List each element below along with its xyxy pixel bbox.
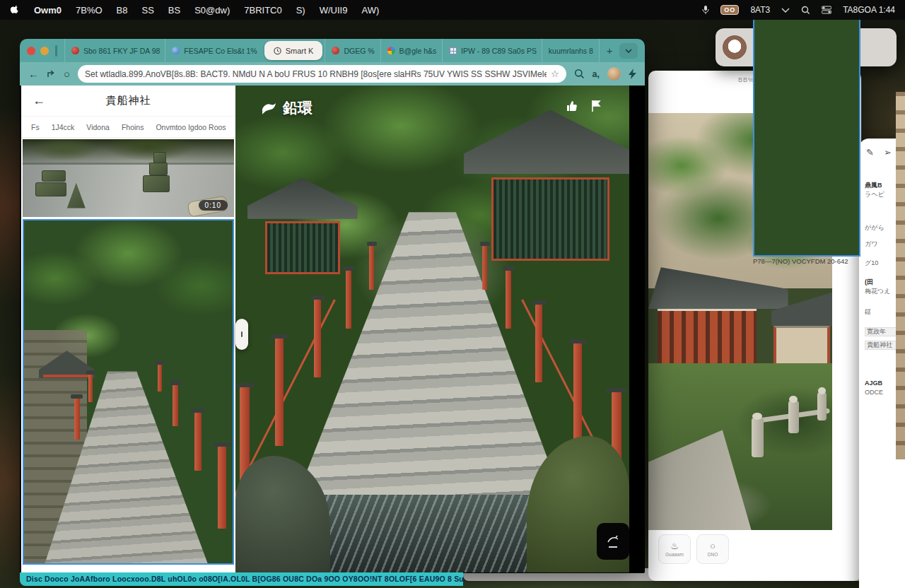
results-column: ← 貴船神社 Fs 1J4cck Vidona Fhoins Onvmtoo I… xyxy=(21,86,235,573)
thumb-lantern-beam xyxy=(43,375,91,377)
lantern-structure xyxy=(247,178,358,281)
filter-tab-all[interactable]: Fs xyxy=(31,123,40,131)
link-status-bar: Disc Dooco JoAAfboro Loocxooo.D8L uhOL0o… xyxy=(20,572,463,586)
active-app-name[interactable]: Owm0 xyxy=(34,5,62,16)
filter-tab-latest[interactable]: 1J4cck xyxy=(52,123,75,131)
tab-strip: Sbo 861 FKY JF DA 98 FESAPE Co Els&t 1% … xyxy=(20,39,645,62)
photo-action-buttons: ♨ Guaawm ○ DNO xyxy=(658,534,729,564)
browser-window[interactable]: Sbo 861 FKY JF DA 98 FESAPE Co Els&t 1% … xyxy=(20,39,645,573)
menu-item-6[interactable]: 7BRITC0 xyxy=(244,5,281,16)
browser-tab-1[interactable]: Sbo 861 FKY JF DA 98 xyxy=(64,39,165,62)
new-tab-button[interactable]: + xyxy=(599,39,620,62)
menu-bar: Owm0 7B%O B8 SS BS S0@dw) 7BRITC0 S) W/U… xyxy=(0,0,905,20)
bird-icon xyxy=(261,102,276,114)
stone-stack xyxy=(143,175,170,192)
tab-favicon xyxy=(71,47,79,54)
menu-item-3[interactable]: SS xyxy=(142,5,154,16)
tab-favicon xyxy=(387,47,395,54)
share-dash xyxy=(609,546,617,548)
torii-post xyxy=(194,413,202,471)
notification-line: SOIC Ara )IYII1 OTC 4 2 ,P08 xyxy=(753,0,860,257)
main-shrine-photo[interactable]: 鉛環 xyxy=(235,86,629,572)
filter-tab-more[interactable]: Onvmtoo Igdoo Roos xyxy=(156,123,226,131)
menubar-clock[interactable]: TA8GOA 1:44 xyxy=(843,5,895,15)
photo-actions xyxy=(564,100,601,112)
minimize-window-button[interactable] xyxy=(40,47,49,55)
browser-toolbar: ← ○ Set wtladla.899.AnoVB[8s.8B: BACT9. … xyxy=(20,62,645,86)
notification-banner[interactable]: 4ANM3HDED — FO8O7 A8E3 SOIC Ara )IYII1 O… xyxy=(716,28,897,66)
teacup-icon: ♨ xyxy=(670,541,679,551)
bookmark-star-icon[interactable]: ☆ xyxy=(551,69,559,79)
photo-stone-post xyxy=(817,392,827,421)
forward-up-icon[interactable] xyxy=(47,69,56,78)
thumb-foliage xyxy=(23,139,234,163)
photo-tool-button-1[interactable]: ♨ Guaawm xyxy=(658,534,691,564)
stone-cone xyxy=(67,183,86,208)
close-window-button[interactable] xyxy=(27,47,35,55)
menu-item-7[interactable]: S) xyxy=(296,5,305,16)
filter-tab-videos[interactable]: Vidona xyxy=(86,123,110,131)
torii-post xyxy=(573,343,582,451)
flag-icon[interactable] xyxy=(591,100,601,112)
menubar-app-badge[interactable]: OO xyxy=(720,5,739,15)
stone-stack xyxy=(153,152,166,163)
photo-tool-button-2[interactable]: ○ DNO xyxy=(696,534,729,564)
menu-item-5[interactable]: S0@dw) xyxy=(194,5,230,16)
menu-item-2[interactable]: B8 xyxy=(117,5,128,16)
chevron-down-icon[interactable] xyxy=(781,8,790,13)
control-center-icon[interactable] xyxy=(822,6,831,14)
stone-stack xyxy=(149,163,168,175)
apple-logo-icon[interactable] xyxy=(10,4,20,16)
menu-item-4[interactable]: BS xyxy=(168,5,180,16)
lantern-structure xyxy=(464,110,629,270)
tab-label: kuumrlanhs 8 xyxy=(549,47,593,55)
lantern-lattice xyxy=(491,177,609,261)
stone-stack xyxy=(42,170,66,182)
menu-item-1[interactable]: 7B%O xyxy=(76,5,103,16)
profile-avatar[interactable] xyxy=(607,67,621,81)
video-duration-badge: 0:10 xyxy=(199,200,228,211)
tab-favicon xyxy=(172,47,180,54)
mic-icon[interactable] xyxy=(702,5,709,15)
browser-tab-5[interactable]: B@gle h&s xyxy=(380,39,443,62)
selected-photo-thumbnail[interactable] xyxy=(23,219,234,565)
reload-button[interactable]: ○ xyxy=(64,69,70,79)
torii-post xyxy=(314,300,321,377)
edit-icon[interactable]: ✎ xyxy=(866,147,874,158)
like-icon[interactable] xyxy=(564,100,578,112)
battery-status[interactable]: 8AT3 xyxy=(750,5,770,15)
notification-line: P78—7(NO) VOCYFDM 20-642 xyxy=(753,257,860,266)
desktop: BB% D8S 4LB ♨ Guaawm ○ DNO xyxy=(0,0,905,588)
circle-icon: ○ xyxy=(710,541,716,551)
notification-app-icon xyxy=(723,35,747,59)
photo-vermilion-building xyxy=(658,309,757,363)
browser-tab-2[interactable]: FESAPE Co Els&t 1% xyxy=(165,39,262,62)
search-icon[interactable] xyxy=(574,69,585,79)
tab-search-chevron[interactable] xyxy=(619,43,638,59)
results-header: ← 貴船神社 xyxy=(21,86,235,117)
torii-post xyxy=(173,385,178,426)
spotlight-search-icon[interactable] xyxy=(801,6,810,15)
browser-tab-6[interactable]: IPW - 89 C89 Sa0s PS xyxy=(442,39,542,62)
page-title: 貴船神社 xyxy=(21,94,235,107)
share-button[interactable] xyxy=(597,523,629,560)
address-bar[interactable]: Set wtladla.899.AnoVB[8s.8B: BACT9. NMdU… xyxy=(78,65,566,83)
bird-icon[interactable]: ➢ xyxy=(884,147,892,158)
curved-arrow-icon xyxy=(607,535,619,543)
video-thumbnail[interactable]: 0:10 xyxy=(23,139,234,217)
menu-item-8[interactable]: W/UII9 xyxy=(320,5,348,16)
page-back-arrow[interactable]: ← xyxy=(33,93,45,108)
clock-icon xyxy=(274,47,281,55)
browser-tab-active[interactable]: Smart K xyxy=(264,41,323,60)
torii-post xyxy=(218,447,226,529)
filter-tab-photos[interactable]: Fhoins xyxy=(122,123,144,131)
torii-post xyxy=(535,305,542,382)
browser-tab-4[interactable]: DGEG % xyxy=(325,39,380,62)
translate-icon[interactable]: a, xyxy=(592,69,600,79)
panel-drag-handle[interactable] xyxy=(235,319,248,350)
browser-tab-7[interactable]: kuumrlanhs 8 xyxy=(542,39,599,62)
back-button[interactable]: ← xyxy=(28,69,39,79)
filter-tabs: Fs 1J4cck Vidona Fhoins Onvmtoo Igdoo Ro… xyxy=(21,117,235,138)
menu-item-9[interactable]: AW) xyxy=(361,5,379,16)
extension-bolt-icon[interactable] xyxy=(629,69,636,79)
